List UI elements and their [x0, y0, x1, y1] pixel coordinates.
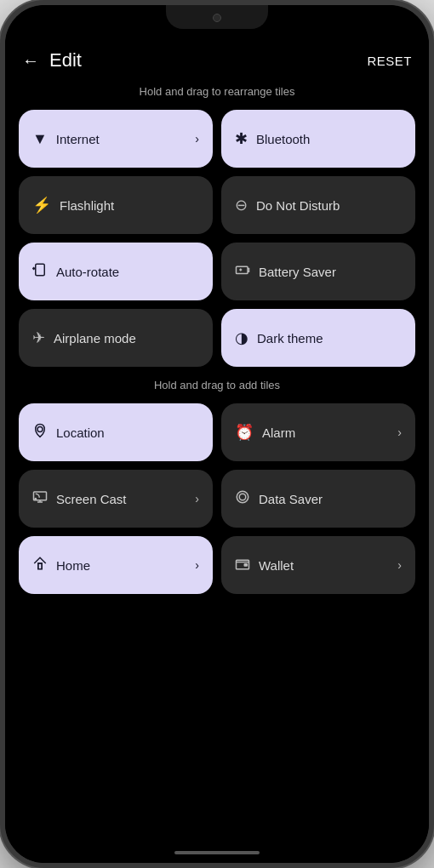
alarm-icon: ⏰: [235, 423, 254, 442]
tile-alarm-label: Alarm: [262, 425, 295, 440]
tile-dnd-label: Do Not Disturb: [256, 198, 340, 213]
status-bar: [5, 5, 429, 39]
tile-bluetooth-label: Bluetooth: [256, 132, 310, 146]
home-chevron-icon: ›: [195, 558, 199, 572]
screen: ← Edit RESET Hold and drag to rearrange …: [5, 5, 429, 863]
tile-airplane[interactable]: ✈ Airplane mode: [19, 309, 213, 367]
flashlight-icon: ⚡: [32, 196, 51, 214]
screencast-chevron-icon: ›: [195, 492, 199, 505]
dnd-icon: ⊖: [235, 196, 248, 214]
tile-autorotate-label: Auto-rotate: [56, 265, 119, 279]
tile-alarm[interactable]: ⏰ Alarm ›: [221, 403, 415, 461]
content-area: ← Edit RESET Hold and drag to rearrange …: [5, 39, 429, 863]
tile-airplane-label: Airplane mode: [54, 331, 136, 345]
home-indicator: [174, 851, 260, 854]
tile-datasaver[interactable]: Data Saver: [221, 470, 415, 528]
tile-home[interactable]: Home ›: [19, 536, 213, 594]
back-button[interactable]: ←: [22, 51, 39, 71]
tile-internet[interactable]: ▼ Internet ›: [19, 110, 213, 168]
alarm-chevron-icon: ›: [397, 425, 402, 439]
battery-icon: [235, 262, 250, 282]
airplane-icon: ✈: [32, 328, 45, 347]
reset-button[interactable]: RESET: [367, 54, 412, 68]
tile-screencast[interactable]: Screen Cast ›: [19, 470, 213, 528]
tile-location-label: Location: [56, 425, 105, 440]
svg-point-4: [37, 426, 43, 431]
phone-frame: ← Edit RESET Hold and drag to rearrange …: [0, 0, 434, 868]
tile-wallet-label: Wallet: [259, 558, 294, 573]
wifi-icon: ▼: [32, 130, 48, 148]
tile-dark-theme-label: Dark theme: [257, 331, 323, 345]
add-hint: Hold and drag to add tiles: [19, 379, 415, 391]
tile-flashlight-label: Flashlight: [60, 198, 114, 213]
tile-flashlight[interactable]: ⚡ Flashlight: [19, 176, 213, 234]
active-hint: Hold and drag to rearrange tiles: [19, 85, 415, 98]
svg-point-7: [237, 491, 248, 503]
autorotate-icon: [32, 262, 48, 282]
svg-point-8: [239, 494, 246, 500]
page-title: Edit: [49, 49, 82, 71]
tile-location[interactable]: Location: [19, 403, 213, 461]
darktheme-icon: ◑: [235, 328, 248, 347]
wallet-icon: [235, 556, 250, 575]
datasaver-icon: [235, 489, 250, 509]
chevron-icon: ›: [195, 132, 199, 146]
tile-screencast-label: Screen Cast: [56, 492, 127, 506]
tile-dark-theme[interactable]: ◑ Dark theme: [221, 309, 415, 367]
divider-section: Hold and drag to add tiles: [19, 379, 415, 391]
header-left: ← Edit: [22, 49, 82, 71]
svg-rect-9: [38, 563, 43, 569]
add-tiles-grid: Location ⏰ Alarm ›: [19, 403, 415, 594]
tile-bluetooth[interactable]: ✱ Bluetooth: [221, 110, 415, 168]
vol-down-button[interactable]: [431, 231, 434, 273]
screencast-icon: [32, 489, 48, 509]
bluetooth-icon: ✱: [235, 129, 248, 148]
tile-dnd[interactable]: ⊖ Do Not Disturb: [221, 176, 415, 234]
svg-rect-11: [244, 563, 247, 565]
tile-home-label: Home: [56, 558, 90, 573]
active-tiles-grid: ▼ Internet › ✱ Bluetooth ⚡ Flashlight: [19, 110, 415, 367]
power-button[interactable]: [0, 192, 3, 260]
tile-autorotate[interactable]: Auto-rotate: [19, 243, 213, 300]
location-icon: [32, 423, 48, 443]
svg-rect-0: [36, 264, 45, 276]
header: ← Edit RESET: [19, 39, 415, 85]
tile-wallet[interactable]: Wallet ›: [221, 536, 415, 594]
tile-datasaver-label: Data Saver: [259, 492, 323, 506]
svg-point-6: [35, 498, 37, 500]
camera: [213, 14, 221, 22]
tile-battery-saver[interactable]: Battery Saver: [221, 243, 415, 300]
home-icon: [32, 556, 48, 575]
wallet-chevron-icon: ›: [397, 558, 402, 572]
vol-up-button[interactable]: [431, 175, 434, 218]
tile-internet-label: Internet: [56, 132, 100, 146]
tile-battery-saver-label: Battery Saver: [259, 265, 336, 279]
